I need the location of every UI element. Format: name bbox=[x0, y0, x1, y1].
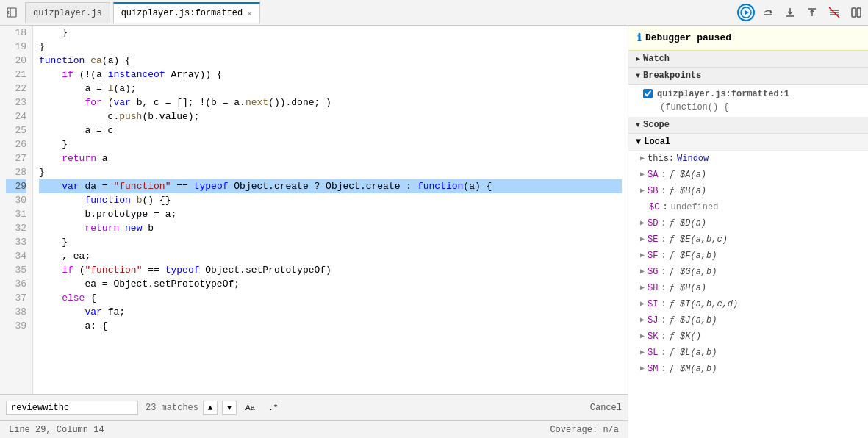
code-line-18: } bbox=[39, 26, 622, 40]
code-line-37: else { bbox=[39, 291, 622, 305]
deactivate-breakpoints-button[interactable] bbox=[825, 4, 843, 21]
code-line-33: } bbox=[39, 235, 622, 249]
scope-item-A: ▶ $A: ƒ $A(a) bbox=[628, 167, 868, 183]
watch-section-header[interactable]: ▶ Watch bbox=[628, 51, 868, 68]
sidebar-toggle-button[interactable] bbox=[3, 4, 21, 21]
scope-expand-B[interactable]: ▶ bbox=[640, 184, 645, 198]
code-line-35: if ("function" == typeof Object.setProto… bbox=[39, 263, 622, 277]
tab-label: quizplayer.js bbox=[33, 8, 102, 18]
scope-item-G: ▶ $G: ƒ $G(a,b) bbox=[628, 264, 868, 280]
scope-section-label: Scope bbox=[643, 120, 670, 130]
code-line-26: } bbox=[39, 137, 622, 151]
code-line-21: if (!(a instanceof Array)) { bbox=[39, 68, 622, 82]
code-line-34: , ea; bbox=[39, 249, 622, 263]
svg-rect-0 bbox=[7, 8, 16, 17]
scope-item-M: ▶ $M: ƒ $M(a,b) bbox=[628, 361, 868, 377]
code-area[interactable]: 1819202122 2324252627 2829 3031323334 35… bbox=[0, 26, 628, 394]
search-cancel-button[interactable]: Cancel bbox=[590, 403, 622, 413]
scope-item-L: ▶ $L: ƒ $L(a,b) bbox=[628, 345, 868, 361]
breakpoint-item-0: quizplayer.js:formatted:1 (function() { bbox=[628, 85, 868, 117]
code-line-31: b.prototype = a; bbox=[39, 207, 622, 221]
code-line-39: a: { bbox=[39, 319, 622, 333]
search-match-count: 23 matches bbox=[146, 403, 198, 413]
tabs-container: quizplayer.js quizplayer.js:formatted ✕ bbox=[3, 2, 262, 23]
scope-item-E: ▶ $E: ƒ $E(a,b,c) bbox=[628, 231, 868, 248]
search-regex-button[interactable]: .* bbox=[264, 401, 282, 414]
breakpoint-filename: quizplayer.js:formatted:1 bbox=[657, 87, 789, 101]
scope-expand-M[interactable]: ▶ bbox=[640, 362, 645, 376]
code-line-20: function ca(a) { bbox=[39, 54, 622, 68]
line-numbers: 1819202122 2324252627 2829 3031323334 35… bbox=[0, 26, 33, 394]
scope-expand-this[interactable]: ▶ bbox=[640, 152, 645, 165]
tab-quizplayer-formatted[interactable]: quizplayer.js:formatted ✕ bbox=[113, 2, 260, 23]
debugger-panel: ℹ Debugger paused ▶ Watch ▼ Breakpoints … bbox=[628, 26, 868, 438]
scope-item-this: ▶ this: Window bbox=[628, 151, 868, 167]
code-content[interactable]: } } function ca(a) { if (!(a instanceof … bbox=[33, 26, 628, 394]
svg-rect-13 bbox=[852, 8, 856, 17]
scope-expand-A[interactable]: ▶ bbox=[640, 168, 645, 182]
search-input[interactable] bbox=[6, 401, 138, 415]
scope-expand-F[interactable]: ▶ bbox=[640, 249, 645, 262]
scope-expand-D[interactable]: ▶ bbox=[640, 217, 645, 230]
scope-expand-L[interactable]: ▶ bbox=[640, 346, 645, 359]
search-bar: 23 matches ▲ ▼ Aa .* Cancel bbox=[0, 394, 628, 420]
search-case-sensitive-button[interactable]: Aa bbox=[241, 401, 259, 414]
step-over-button[interactable] bbox=[759, 4, 777, 21]
watch-collapse-arrow: ▶ bbox=[636, 54, 640, 63]
scope-section-header[interactable]: ▼ Scope bbox=[628, 117, 868, 134]
info-icon: ℹ bbox=[637, 32, 641, 44]
scope-local-header[interactable]: ▼ Local bbox=[628, 134, 868, 151]
cursor-position: Line 29, Column 14 bbox=[9, 425, 104, 435]
breakpoints-collapse-arrow: ▼ bbox=[636, 72, 640, 80]
code-line-29: var da = "function" == typeof Object.cre… bbox=[39, 179, 622, 193]
scope-expand-I[interactable]: ▶ bbox=[640, 298, 645, 311]
tab-close-button[interactable]: ✕ bbox=[247, 9, 252, 18]
scope-item-K: ▶ $K: ƒ $K() bbox=[628, 328, 868, 345]
pause-on-exceptions-button[interactable] bbox=[847, 4, 865, 21]
editor-panel: 1819202122 2324252627 2829 3031323334 35… bbox=[0, 26, 628, 438]
step-out-button[interactable] bbox=[803, 4, 821, 21]
breakpoints-section-header[interactable]: ▼ Breakpoints bbox=[628, 68, 868, 85]
debug-toolbar bbox=[737, 4, 865, 21]
code-line-19: } bbox=[39, 40, 622, 54]
scope-expand-H[interactable]: ▶ bbox=[640, 281, 645, 295]
scope-expand-E[interactable]: ▶ bbox=[640, 233, 645, 246]
resume-button[interactable] bbox=[737, 4, 755, 21]
search-next-button[interactable]: ▼ bbox=[222, 401, 237, 415]
breakpoints-section-label: Breakpoints bbox=[643, 71, 701, 81]
scope-expand-K[interactable]: ▶ bbox=[640, 330, 645, 343]
code-line-25: a = c bbox=[39, 123, 622, 137]
code-line-22: a = l(a); bbox=[39, 82, 622, 96]
code-line-27: return a bbox=[39, 151, 622, 165]
search-prev-button[interactable]: ▲ bbox=[203, 401, 218, 415]
debugger-paused-label: Debugger paused bbox=[645, 32, 731, 43]
main-content: 1819202122 2324252627 2829 3031323334 35… bbox=[0, 26, 868, 438]
tab-label: quizplayer.js:formatted bbox=[121, 8, 243, 18]
breakpoint-label[interactable]: quizplayer.js:formatted:1 (function() { bbox=[643, 87, 859, 114]
scope-expand-J[interactable]: ▶ bbox=[640, 314, 645, 327]
breakpoint-checkbox[interactable] bbox=[643, 89, 653, 98]
tab-quizplayer[interactable]: quizplayer.js bbox=[25, 2, 110, 23]
code-line-23: for (var b, c = []; !(b = a.next()).done… bbox=[39, 96, 622, 110]
breakpoint-code: (function() { bbox=[657, 101, 789, 114]
scope-item-J: ▶ $J: ƒ $J(a,b) bbox=[628, 312, 868, 328]
code-line-30: function b() {} bbox=[39, 193, 622, 207]
code-line-36: ea = Object.setPrototypeOf; bbox=[39, 277, 622, 291]
toolbar: quizplayer.js quizplayer.js:formatted ✕ bbox=[0, 0, 868, 26]
svg-marker-3 bbox=[745, 10, 749, 15]
watch-section-label: Watch bbox=[643, 54, 670, 64]
code-line-28: } bbox=[39, 165, 622, 179]
step-into-button[interactable] bbox=[781, 4, 799, 21]
code-line-24: c.push(b.value); bbox=[39, 110, 622, 123]
scope-local-label: Local bbox=[644, 137, 670, 147]
coverage-status: Coverage: n/a bbox=[550, 425, 619, 435]
scope-item-C: $C: undefined bbox=[628, 199, 868, 215]
scope-item-B: ▶ $B: ƒ $B(a) bbox=[628, 183, 868, 199]
scope-item-H: ▶ $H: ƒ $H(a) bbox=[628, 280, 868, 296]
scope-collapse-arrow: ▼ bbox=[636, 121, 640, 129]
scope-local-arrow: ▼ bbox=[636, 137, 641, 147]
scope-expand-G[interactable]: ▶ bbox=[640, 265, 645, 279]
code-line-38: var fa; bbox=[39, 305, 622, 319]
code-line-32: return new b bbox=[39, 221, 622, 235]
status-bar: Line 29, Column 14 Coverage: n/a bbox=[0, 420, 628, 438]
